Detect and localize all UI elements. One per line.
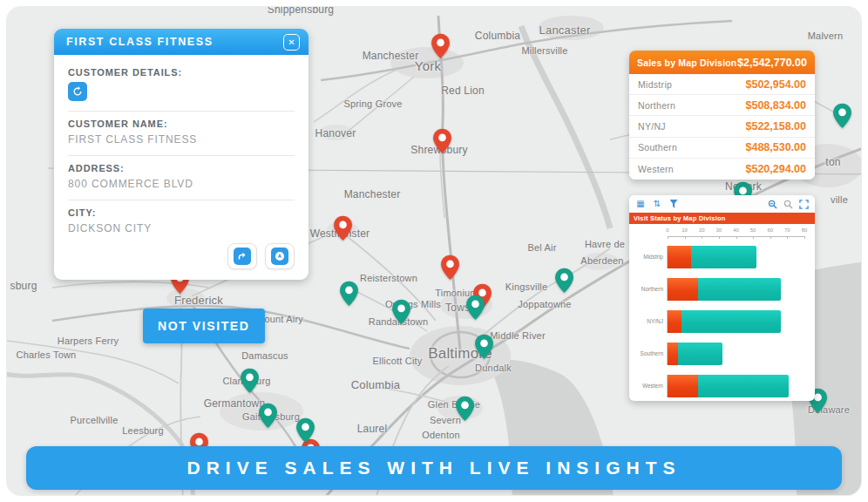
popup-body: CUSTOMER DETAILS: CUSTOMER NAME: FIRST C… xyxy=(54,55,309,280)
x-tick-mark xyxy=(719,236,720,239)
bar-segment-visited[interactable] xyxy=(678,343,722,365)
bar-track xyxy=(668,278,804,301)
bar-segment-visited[interactable] xyxy=(698,375,789,397)
x-tick-label: 80 xyxy=(802,227,808,233)
sales-row[interactable]: Western$520,294.00 xyxy=(629,159,815,180)
bar-segment-visited[interactable] xyxy=(691,246,756,268)
bar-segment-not-visited[interactable] xyxy=(668,310,682,333)
x-tick-label: 0 xyxy=(666,227,668,233)
map-pin-red[interactable] xyxy=(440,254,460,281)
zoom-in-icon[interactable] xyxy=(767,199,777,209)
map-pin-green[interactable] xyxy=(258,403,278,429)
x-tick-mark xyxy=(702,236,702,239)
map-city-label: Odenton xyxy=(422,430,460,440)
chart-category-label: NY/NJ xyxy=(634,318,668,324)
x-tick-mark xyxy=(753,236,754,239)
close-icon[interactable]: ✕ xyxy=(283,34,300,51)
sales-row[interactable]: Midstrip$502,954.00 xyxy=(629,74,815,95)
map-pin-green[interactable] xyxy=(554,268,574,294)
sales-table-header: Sales by Map Division $2,542,770.00 xyxy=(629,51,815,74)
map-city-label: Joppatowne xyxy=(518,299,571,309)
filter-icon[interactable] xyxy=(668,199,679,209)
map-city-label: Aberdeen xyxy=(580,255,623,266)
bar-segment-visited[interactable] xyxy=(682,310,781,333)
sales-row[interactable]: Northern$508,834.00 xyxy=(629,95,815,116)
bar-segment-not-visited[interactable] xyxy=(668,343,678,365)
dashboard-stage: ShippensburgManchesterColumbiaLancasterM… xyxy=(0,0,868,502)
popup-actions xyxy=(68,243,295,269)
map-pin-green[interactable] xyxy=(474,334,494,360)
share-icon xyxy=(234,248,251,265)
x-tick-mark xyxy=(736,236,737,239)
chart-category-label: Western xyxy=(634,383,668,389)
map-pin-green[interactable] xyxy=(240,368,260,394)
map-city-label: Hanover xyxy=(315,127,356,139)
division-sales: $520,294.00 xyxy=(745,163,806,175)
map-city-label: Malvern xyxy=(808,31,844,41)
chart-bar-row: Southern xyxy=(634,337,804,370)
navigate-button[interactable] xyxy=(265,243,295,269)
map-city-label: Harpers Ferry xyxy=(58,336,119,346)
bar-segment-not-visited[interactable] xyxy=(668,375,698,397)
map-pin-red[interactable] xyxy=(333,215,353,241)
chart-bar-row: NY/NJ xyxy=(634,305,804,337)
map-city-label: York xyxy=(415,58,441,73)
bar-track xyxy=(668,375,804,397)
x-tick-mark xyxy=(804,236,805,239)
sales-row[interactable]: Southern$488,530.00 xyxy=(629,138,815,159)
sort-icon[interactable]: ⇅ xyxy=(652,199,662,209)
customer-name-value: FIRST CLASS FITNESS xyxy=(68,133,295,146)
map-pin-green[interactable] xyxy=(455,396,475,422)
grid-icon[interactable]: ▦ xyxy=(635,199,646,209)
division-name: Midstrip xyxy=(638,79,672,90)
fullscreen-icon[interactable] xyxy=(798,199,809,209)
sales-row[interactable]: NY/NJ$522,158.00 xyxy=(629,116,815,137)
division-sales: $522,158.00 xyxy=(745,120,806,132)
map-pin-green[interactable] xyxy=(832,103,852,129)
chart-category-label: Northern xyxy=(634,286,668,292)
not-visited-tooltip: NOT VISITED xyxy=(143,309,265,343)
chart-category-label: Midstrip xyxy=(634,254,668,260)
map-city-label: Bel Air xyxy=(527,242,556,253)
map-pin-green[interactable] xyxy=(465,295,485,321)
map-city-label: Millersville xyxy=(521,45,567,56)
map-city-label: Lancaster xyxy=(539,24,591,37)
map-city-label: Dundalk xyxy=(475,363,512,373)
address-value: 800 COMMERCE BLVD xyxy=(68,178,295,190)
map-city-label: Laurel xyxy=(357,423,388,435)
customer-details-icon[interactable] xyxy=(68,82,87,101)
map-city-label: Reisterstown xyxy=(360,273,417,283)
bar-segment-not-visited[interactable] xyxy=(668,278,698,301)
bar-segment-not-visited[interactable] xyxy=(668,246,691,268)
map-city-label: Germantown xyxy=(204,397,266,410)
map-pin-green[interactable] xyxy=(339,281,359,307)
address-label: ADDRESS: xyxy=(68,163,295,173)
banner-label: DRIVE SALES WITH LIVE INSIGHTS xyxy=(186,458,681,478)
map-city-label: Kingsville xyxy=(505,282,547,292)
sales-rows: Midstrip$502,954.00Northern$508,834.00NY… xyxy=(629,74,815,180)
bar-segment-visited[interactable] xyxy=(698,278,780,301)
map-pin-green[interactable] xyxy=(295,417,315,444)
zoom-out-icon[interactable] xyxy=(783,199,793,209)
map-city-label: Columbia xyxy=(351,378,401,391)
map-city-label: sburg xyxy=(10,280,37,292)
division-sales: $488,530.00 xyxy=(745,141,806,153)
map-city-label: Spring Grove xyxy=(343,98,402,109)
map-city-label: Frederick xyxy=(174,294,223,307)
chart-title: Visit Status by Map Division xyxy=(629,213,815,224)
x-tick-label: 30 xyxy=(716,227,722,233)
map-pin-red[interactable] xyxy=(432,128,452,154)
bar-track xyxy=(668,343,804,365)
chart-toolbar: ▦ ⇅ xyxy=(629,195,815,213)
share-button[interactable] xyxy=(227,243,257,269)
map-pin-red[interactable] xyxy=(431,33,451,59)
insights-banner: DRIVE SALES WITH LIVE INSIGHTS xyxy=(26,446,842,490)
map-city-label: Charles Town xyxy=(17,349,77,360)
chart-bar-row: Northern xyxy=(634,273,804,305)
x-tick-label: 40 xyxy=(733,227,739,233)
map-container: ShippensburgManchesterColumbiaLancasterM… xyxy=(7,7,861,495)
x-tick-label: 70 xyxy=(784,227,790,233)
chart-category-label: Southern xyxy=(634,350,668,356)
map-pin-green[interactable] xyxy=(391,299,411,325)
sales-total: $2,542,770.00 xyxy=(737,57,807,69)
